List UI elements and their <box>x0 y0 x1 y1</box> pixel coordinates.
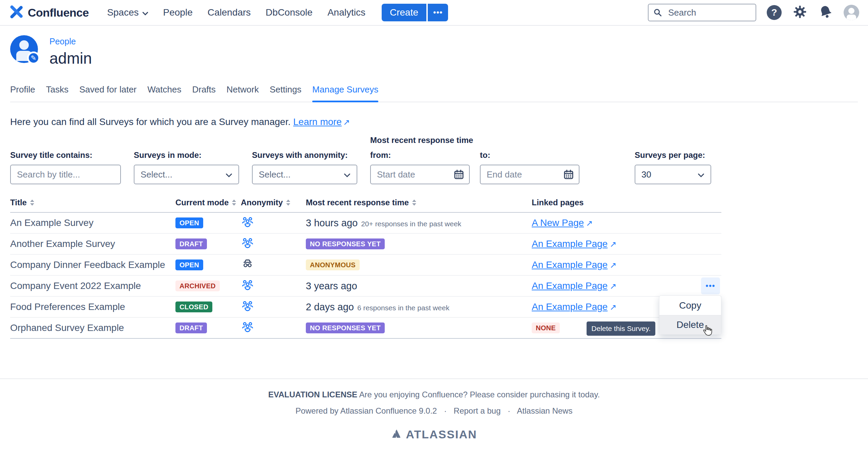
column-header-current-mode[interactable]: Current mode <box>175 198 241 207</box>
gear-icon <box>792 4 807 21</box>
menu-item-copy[interactable]: Copy <box>659 296 721 315</box>
tab-tasks[interactable]: Tasks <box>46 84 68 102</box>
footer: EVALUATION LICENSE Are you enjoying Conf… <box>0 378 868 441</box>
chevron-down-icon <box>698 169 704 180</box>
mode-badge: DRAFT <box>175 238 207 249</box>
create-more-button[interactable]: ••• <box>428 4 448 21</box>
column-header-title[interactable]: Title <box>10 198 175 207</box>
tab-watches[interactable]: Watches <box>147 84 181 102</box>
survey-title: Company Dinner Feedback Example <box>10 259 175 270</box>
external-link-icon: ↗ <box>610 282 616 291</box>
linked-page-link[interactable]: An Example Page <box>532 259 608 270</box>
no-responses-badge: NO RESPONSES YET <box>306 238 385 249</box>
filter-from-group: from: <box>370 150 470 184</box>
survey-title: Company Event 2022 Example <box>10 280 175 291</box>
table-row: Another Example Survey DRAFT NO RESPONSE… <box>10 234 721 255</box>
to-label: to: <box>480 150 579 160</box>
response-time: 3 hours ago <box>306 217 358 228</box>
mode-badge: DRAFT <box>175 322 207 333</box>
sort-icon[interactable] <box>286 200 290 206</box>
survey-title: Food Preferences Example <box>10 301 175 312</box>
atlassian-news-link[interactable]: Atlassian News <box>517 406 572 415</box>
mode-badge: OPEN <box>175 217 203 228</box>
column-header-linked-pages: Linked pages <box>532 198 694 207</box>
top-nav: Confluence Spaces People Calendars DbCon… <box>0 0 868 26</box>
sort-icon[interactable] <box>412 200 416 206</box>
filter-recent-group: Most recent response time from: to: <box>370 136 579 184</box>
external-link-icon: ↗ <box>343 118 350 127</box>
nav-item-analytics[interactable]: Analytics <box>327 7 365 18</box>
nav-right: ? <box>648 4 859 21</box>
table-row: Food Preferences Example CLOSED 2 days a… <box>10 297 721 318</box>
search-box <box>648 4 756 21</box>
linked-page-link[interactable]: An Example Page <box>532 301 608 312</box>
table-row: An Example Survey OPEN 3 hours ago20+ re… <box>10 213 721 234</box>
filter-per-page-group: Surveys per page: 30 <box>635 150 711 184</box>
profile-header: ✎ People admin <box>10 35 858 67</box>
survey-title: Another Example Survey <box>10 238 175 249</box>
filter-bar: Survey title contains: Surveys in mode: … <box>10 136 858 184</box>
group-icon <box>241 320 306 335</box>
create-button[interactable]: Create <box>382 4 426 21</box>
tab-profile[interactable]: Profile <box>10 84 35 102</box>
tab-manage-surveys[interactable]: Manage Surveys <box>312 84 378 102</box>
user-avatar[interactable] <box>844 5 859 20</box>
mode-select[interactable]: Select... <box>134 165 239 184</box>
edit-avatar-icon[interactable]: ✎ <box>27 51 40 64</box>
row-menu-button[interactable]: ••• <box>701 277 720 294</box>
confluence-brand[interactable]: Confluence <box>9 4 89 21</box>
table-header-row: Title Current mode Anonymity Most recent… <box>10 198 721 213</box>
tab-saved-for-later[interactable]: Saved for later <box>79 84 136 102</box>
nav-item-dbconsole[interactable]: DbConsole <box>266 7 313 18</box>
sort-icon[interactable] <box>232 200 236 206</box>
filter-anonymity-group: Surveys with anonymity: Select... <box>252 150 357 184</box>
group-icon <box>241 215 306 230</box>
atlassian-wordmark: ATLASSIAN <box>406 428 477 441</box>
group-icon <box>241 236 306 251</box>
delete-tooltip: Delete this Survey. <box>587 321 655 336</box>
mode-badge: CLOSED <box>175 301 212 312</box>
table-row: Company Event 2022 Example ARCHIVED 3 ye… <box>10 276 721 297</box>
breadcrumb-people[interactable]: People <box>49 37 92 46</box>
settings-button[interactable] <box>792 5 808 20</box>
anonymous-badge: ANONYMOUS <box>306 259 360 270</box>
page-title: admin <box>49 49 92 67</box>
recent-group-label: Most recent response time <box>370 136 579 145</box>
tab-settings[interactable]: Settings <box>270 84 301 102</box>
help-icon: ? <box>767 5 782 20</box>
per-page-select[interactable]: 30 <box>635 165 711 184</box>
profile-avatar[interactable]: ✎ <box>10 35 38 63</box>
search-input[interactable] <box>648 4 756 21</box>
mode-badge: ARCHIVED <box>175 280 220 291</box>
none-badge: NONE <box>532 322 560 333</box>
column-header-anonymity[interactable]: Anonymity <box>241 198 306 207</box>
help-button[interactable]: ? <box>766 5 782 20</box>
nav-item-spaces[interactable]: Spaces <box>107 7 148 18</box>
filter-anonymity-label: Surveys with anonymity: <box>252 150 357 160</box>
linked-page-link[interactable]: An Example Page <box>532 280 608 291</box>
external-link-icon: ↗ <box>610 261 616 270</box>
response-time: 2 days ago <box>306 301 354 312</box>
column-header-recent-response[interactable]: Most recent response time <box>306 198 532 207</box>
nav-item-calendars[interactable]: Calendars <box>208 7 251 18</box>
linked-page-link[interactable]: An Example Page <box>532 238 608 249</box>
linked-page-link[interactable]: A New Page <box>532 217 584 228</box>
title-filter-input[interactable] <box>10 165 121 184</box>
external-link-icon: ↗ <box>586 218 593 228</box>
anonymity-select[interactable]: Select... <box>252 165 357 184</box>
report-bug-link[interactable]: Report a bug <box>454 406 501 415</box>
per-page-label: Surveys per page: <box>635 150 711 160</box>
learn-more-link[interactable]: Learn more <box>293 117 342 127</box>
filter-to-group: to: <box>480 150 579 184</box>
menu-item-delete[interactable]: Delete <box>659 315 721 334</box>
notifications-button[interactable] <box>818 5 833 20</box>
filter-mode-group: Surveys in mode: Select... <box>134 150 239 184</box>
response-count: 6 responses in the past week <box>357 304 449 312</box>
cursor-hand-icon <box>702 325 712 338</box>
tab-drafts[interactable]: Drafts <box>192 84 215 102</box>
nav-item-people[interactable]: People <box>163 7 193 18</box>
filter-mode-label: Surveys in mode: <box>134 150 239 160</box>
atlassian-logo: ATLASSIAN <box>0 428 868 441</box>
sort-icon[interactable] <box>30 200 34 206</box>
tab-network[interactable]: Network <box>227 84 259 102</box>
